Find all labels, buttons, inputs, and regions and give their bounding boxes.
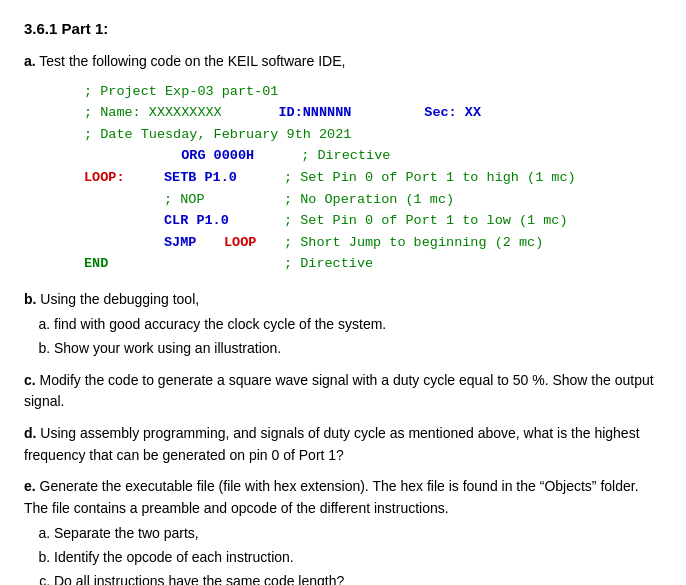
code-comment2-id: ID:NNNNNN: [278, 102, 351, 124]
code-comment2-pre: ; Name: XXXXXXXXX: [84, 102, 278, 124]
section-title: 3.6.1 Part 1:: [24, 20, 662, 37]
question-b-label: b.: [24, 291, 36, 307]
code-clr-comment: ; Set Pin 0 of Port 1 to low (1 mc): [284, 210, 568, 232]
question-d-label: d.: [24, 425, 36, 441]
question-e-label: e.: [24, 478, 36, 494]
code-line-sjmp: SJMP LOOP ; Short Jump to beginning (2 m…: [84, 232, 662, 254]
question-a-label: a.: [24, 53, 36, 69]
code-sjmp-spacer: [84, 232, 164, 254]
question-b-sublist: find with good accuracy the clock cycle …: [54, 313, 662, 360]
code-clr-spacer: [84, 210, 164, 232]
code-line-nop: ; NOP ; No Operation (1 mc): [84, 189, 662, 211]
code-line-clr: CLR P1.0 ; Set Pin 0 of Port 1 to low (1…: [84, 210, 662, 232]
code-end-label: END: [84, 253, 164, 275]
question-c-label: c.: [24, 372, 36, 388]
code-line-comment2: ; Name: XXXXXXXXX ID:NNNNNN Sec: XX: [84, 102, 662, 124]
question-e-sub-2: Identify the opcode of each instruction.: [54, 546, 662, 568]
code-org-comment: ; Directive: [301, 145, 390, 167]
code-line-org: ORG 0000H ; Directive: [84, 145, 662, 167]
question-b-sub-2: Show your work using an illustration.: [54, 337, 662, 359]
code-line-setb: LOOP: SETB P1.0 ; Set Pin 0 of Port 1 to…: [84, 167, 662, 189]
code-line-end: END ; Directive: [84, 253, 662, 275]
code-org-label: ORG 0000H: [181, 145, 301, 167]
question-e-sub-3: Do all instructions have the same code l…: [54, 570, 662, 585]
question-e-sub-1: Separate the two parts,: [54, 522, 662, 544]
question-e: e. Generate the executable file (file wi…: [24, 476, 662, 585]
code-line-comment1: ; Project Exp-03 part-01: [84, 81, 662, 103]
code-comment2-spacer: [351, 102, 424, 124]
question-d: d. Using assembly programming, and signa…: [24, 423, 662, 466]
code-sjmp-keyword: SJMP: [164, 232, 224, 254]
code-sjmp-loop: LOOP: [224, 232, 284, 254]
code-comment2-sec: Sec: XX: [424, 102, 481, 124]
question-b-sub-1: find with good accuracy the clock cycle …: [54, 313, 662, 335]
code-comment3: ; Date Tuesday, February 9th 2021: [84, 124, 351, 146]
question-c-text: Modify the code to generate a square wav…: [24, 372, 654, 410]
code-nop-spacer: [84, 189, 164, 211]
code-org-spacer: [84, 145, 181, 167]
question-a: a. Test the following code on the KEIL s…: [24, 51, 662, 275]
question-c: c. Modify the code to generate a square …: [24, 370, 662, 413]
code-end-comment: ; Directive: [284, 253, 373, 275]
question-e-sublist: Separate the two parts, Identify the opc…: [54, 522, 662, 585]
code-nop-comment: ; No Operation (1 mc): [284, 189, 454, 211]
code-line-comment3: ; Date Tuesday, February 9th 2021: [84, 124, 662, 146]
code-nop-instr: ; NOP: [164, 189, 284, 211]
question-b: b. Using the debugging tool, find with g…: [24, 289, 662, 359]
code-clr-instr: CLR P1.0: [164, 210, 284, 232]
code-block: ; Project Exp-03 part-01 ; Name: XXXXXXX…: [84, 81, 662, 275]
question-e-text: Generate the executable file (file with …: [24, 478, 639, 516]
question-d-text: Using assembly programming, and signals …: [24, 425, 640, 463]
code-setb-instr: SETB P1.0: [164, 167, 284, 189]
code-loop-label: LOOP:: [84, 167, 164, 189]
code-comment1: ; Project Exp-03 part-01: [84, 81, 278, 103]
question-b-text: Using the debugging tool,: [40, 291, 199, 307]
code-end-spacer: [164, 253, 284, 275]
code-sjmp-comment: ; Short Jump to beginning (2 mc): [284, 232, 543, 254]
code-setb-comment: ; Set Pin 0 of Port 1 to high (1 mc): [284, 167, 576, 189]
question-a-text: Test the following code on the KEIL soft…: [39, 53, 345, 69]
